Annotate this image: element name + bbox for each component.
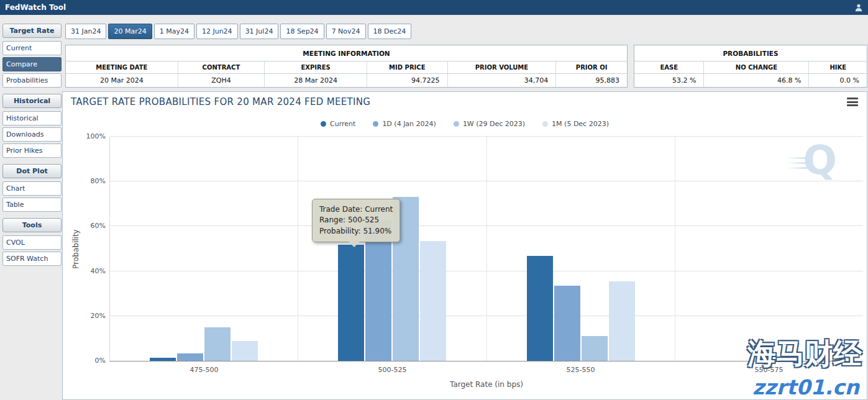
y-tick-40: 40% [91, 267, 106, 275]
probabilities-header-row: EASENO CHANGEHIKE [634, 61, 867, 73]
sidebar-item-sofr-watch[interactable]: SOFR Watch [2, 252, 62, 266]
sidebar-item-prior-hikes[interactable]: Prior Hikes [2, 143, 62, 158]
sidebar-item-probabilities[interactable]: Probabilities [2, 73, 62, 88]
x-label-500-525: 500-525 [298, 366, 487, 374]
y-tick-100: 100% [86, 132, 106, 140]
bar-current-475-500[interactable] [150, 358, 176, 361]
y-axis-title: Probability [71, 137, 80, 361]
legend-label-1m-5-dec-2023: 1M (5 Dec 2023) [552, 120, 609, 128]
bar-current-525-550[interactable] [527, 256, 553, 361]
col-header-ease: EASE [634, 61, 703, 73]
cell-94-7225: 94.7225 [367, 74, 447, 87]
chart-tooltip: Trade Date: Current Range: 500-525 Proba… [312, 199, 400, 242]
sidebar-item-compare[interactable]: Compare [2, 57, 62, 71]
y-tick-0: 0% [95, 357, 106, 365]
legend-dot-current [321, 121, 326, 127]
sidebar-group-target-rate[interactable]: Target Rate [2, 24, 62, 38]
sidebar-item-historical[interactable]: Historical [2, 111, 62, 125]
bar-1d-4-jan-2024-475-500[interactable] [177, 353, 203, 361]
legend-label-1d-4-jan-2024: 1D (4 Jan 2024) [382, 120, 436, 128]
bar-group-525-550 [487, 137, 675, 361]
col-header-meeting-date: MEETING DATE [66, 61, 178, 73]
sidebar-item-chart[interactable]: Chart [2, 181, 62, 196]
col-header-expires: EXPIRES [264, 61, 367, 73]
bar-1w-29-dec-2023-475-500[interactable] [204, 327, 231, 361]
sidebar-item-current[interactable]: Current [2, 41, 62, 55]
probabilities-panel: PROBABILITIES EASENO CHANGEHIKE 53.2 %46… [634, 45, 867, 88]
cell-46-8: 46.8 % [703, 74, 808, 87]
site-watermark: zzrt01.cn [752, 375, 859, 399]
bar-group-475-500 [110, 137, 298, 361]
cell-0-0: 0.0 % [808, 74, 867, 87]
probabilities-value-row: 53.2 %46.8 %0.0 % [634, 73, 867, 87]
bar-groups [110, 137, 863, 361]
probabilities-title: PROBABILITIES [634, 45, 867, 61]
user-icon[interactable] [854, 3, 863, 12]
tooltip-trade-date: Trade Date: Current [319, 204, 393, 215]
sidebar-item-table[interactable]: Table [2, 198, 62, 212]
tab-31-jul24[interactable]: 31 Jul24 [240, 24, 279, 39]
legend-item-1m-5-dec-2023[interactable]: 1M (5 Dec 2023) [542, 120, 609, 128]
cell-20-mar-2024: 20 Mar 2024 [66, 74, 178, 87]
col-header-prior-volume: PRIOR VOLUME [447, 61, 556, 73]
tab-18-sep24[interactable]: 18 Sep24 [280, 24, 324, 39]
meeting-info-header-row: MEETING DATECONTRACTEXPIRESMID PRICEPRIO… [66, 61, 627, 73]
legend-dot-1w-29-dec-2023 [454, 121, 459, 127]
tab-31-jan24[interactable]: 31 Jan24 [65, 24, 106, 39]
tooltip-probability: Probability: 51.90% [319, 226, 393, 237]
tab-7-nov24[interactable]: 7 Nov24 [326, 24, 366, 39]
x-label-475-500: 475-500 [110, 366, 298, 374]
legend-dot-1m-5-dec-2023 [542, 121, 548, 127]
meeting-info-panel: MEETING INFORMATION MEETING DATECONTRACT… [65, 45, 628, 88]
col-header-no-change: NO CHANGE [703, 61, 808, 73]
bar-group-500-525 [298, 137, 486, 361]
y-tick-80: 80% [91, 177, 106, 185]
sidebar-group-tools[interactable]: Tools [2, 218, 62, 232]
legend-label-current: Current [330, 120, 355, 128]
tooltip-range: Range: 500-525 [319, 215, 393, 225]
cell-zqh4: ZQH4 [178, 74, 265, 87]
bar-1d-4-jan-2024-525-550[interactable] [554, 286, 580, 361]
cell-53-2: 53.2 % [634, 74, 703, 87]
y-tick-20: 20% [91, 312, 106, 320]
tab-1-may24[interactable]: 1 May24 [154, 24, 194, 39]
col-header-contract: CONTRACT [178, 61, 265, 73]
cell-28-mar-2024: 28 Mar 2024 [264, 74, 367, 87]
bar-1w-29-dec-2023-525-550[interactable] [582, 336, 608, 361]
hamburger-menu-icon[interactable] [847, 98, 858, 106]
sidebar-item-cvol[interactable]: CVOL [2, 235, 62, 250]
chart-panel: TARGET RATE PROBABILITIES FOR 20 MAR 202… [62, 91, 867, 400]
col-header-prior-oi: PRIOR OI [555, 61, 627, 73]
chart-title: TARGET RATE PROBABILITIES FOR 20 MAR 202… [71, 96, 370, 107]
tab-18-dec24[interactable]: 18 Dec24 [368, 24, 412, 39]
bar-current-500-525[interactable] [338, 245, 364, 361]
legend: Current1D (4 Jan 2024)1W (29 Dec 2023)1M… [63, 120, 867, 128]
sidebar-item-downloads[interactable]: Downloads [2, 127, 62, 142]
plot-area: Probability 0%20%40%60%80%100% Trade Dat… [109, 137, 863, 361]
legend-dot-1d-4-jan-2024 [373, 121, 378, 127]
x-label-525-550: 525-550 [487, 366, 675, 374]
app-title: FedWatch Tool [5, 3, 66, 12]
legend-label-1w-29-dec-2023: 1W (29 Dec 2023) [463, 120, 525, 128]
legend-item-1d-4-jan-2024[interactable]: 1D (4 Jan 2024) [373, 120, 436, 128]
bar-1m-5-dec-2023-475-500[interactable] [232, 341, 258, 361]
sidebar: Target RateCurrentCompareProbabilitiesHi… [2, 24, 62, 268]
sidebar-group-dot-plot[interactable]: Dot Plot [2, 164, 62, 178]
sidebar-group-historical[interactable]: Historical [2, 94, 62, 108]
legend-item-1w-29-dec-2023[interactable]: 1W (29 Dec 2023) [454, 120, 525, 128]
y-tick-60: 60% [91, 222, 106, 230]
bar-1m-5-dec-2023-525-550[interactable] [609, 281, 635, 361]
brand-watermark: 海马财经 [747, 335, 862, 373]
tab-20-mar24[interactable]: 20 Mar24 [108, 24, 152, 39]
cell-95-883: 95,883 [555, 74, 627, 87]
bar-1m-5-dec-2023-500-525[interactable] [420, 241, 446, 361]
bar-group-550-575 [675, 137, 863, 361]
legend-item-current[interactable]: Current [321, 120, 355, 128]
col-header-hike: HIKE [808, 61, 867, 73]
meeting-info-title: MEETING INFORMATION [66, 45, 627, 61]
meeting-date-tabs: 31 Jan2420 Mar241 May2412 Jun2431 Jul241… [65, 24, 411, 39]
meeting-info-value-row: 20 Mar 2024ZQH428 Mar 202494.722534,7049… [66, 73, 627, 87]
app-header: FedWatch Tool [0, 0, 868, 15]
tab-12-jun24[interactable]: 12 Jun24 [196, 24, 238, 39]
x-axis-title: Target Rate (in bps) [110, 380, 863, 389]
